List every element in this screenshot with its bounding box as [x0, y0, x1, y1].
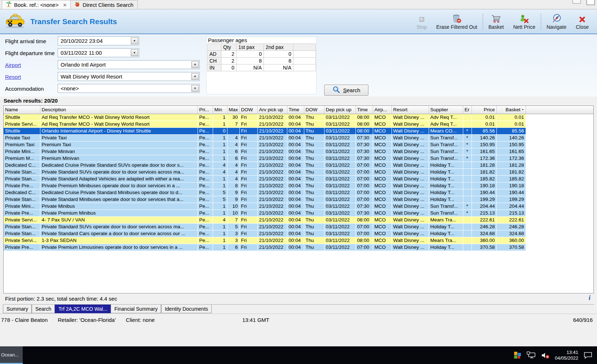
tab-close-icon[interactable]: ×	[63, 2, 66, 8]
passenger-1st-pax-cell[interactable]: N/A	[236, 64, 264, 71]
result-row[interactable]: Private Servi... 4- 7 Pax SUV / VAN Pe..…	[4, 216, 593, 223]
column-header-description[interactable]: Description	[40, 106, 198, 114]
result-row[interactable]: Premium M... Premium Minivan Pe... 1 6 F…	[4, 155, 593, 162]
cell-dep-time: 07:30	[355, 148, 373, 155]
result-row[interactable]: Private Stan... Private Standard Adapted…	[4, 175, 593, 182]
result-row[interactable]: Private Pre... Private Premium Limousine…	[4, 244, 593, 251]
cell-dep-time: 07:00	[355, 168, 373, 175]
result-row[interactable]: Shuttle Orlando International Airport - …	[4, 127, 593, 134]
column-header-resort[interactable]: Resort	[392, 106, 429, 114]
passenger-1st-pax-cell[interactable]: 8	[236, 58, 264, 64]
column-header-airport[interactable]: Airp...	[373, 106, 392, 114]
search-button[interactable]: Search	[324, 85, 368, 96]
cell-resort: Walt Disney ...	[392, 196, 429, 203]
cell-filler	[526, 175, 593, 182]
accommodation-select[interactable]: <none> ▼	[58, 84, 200, 93]
network-tray-icon[interactable]	[526, 351, 536, 359]
antivirus-tray-icon[interactable]	[514, 351, 522, 359]
result-row[interactable]: Private Mini... Private Minibus Pe... 1 …	[4, 203, 593, 210]
column-header-dep-pick-up[interactable]: Dep pick up	[324, 106, 355, 114]
tab-direct-clients-search[interactable]: Direct Clients Search	[71, 0, 138, 9]
column-header-er[interactable]: Er	[463, 106, 472, 114]
passenger-qty-cell[interactable]: 2	[221, 58, 236, 64]
result-row[interactable]: Private Pre... Private Premium Minibus P…	[4, 210, 593, 216]
column-header-max[interactable]: Max	[227, 106, 239, 114]
cell-dow-arrival: Fri	[239, 162, 257, 168]
cell-resort: Walt Disney ...	[392, 168, 429, 175]
passenger-qty-cell[interactable]: 0	[221, 64, 236, 71]
airport-link[interactable]: Airport	[5, 62, 21, 68]
chevron-down-icon[interactable]: ▼	[191, 73, 199, 80]
cell-dep-pick-up: 03/11/2022	[324, 203, 355, 210]
cell-dow-arrival: Fri	[239, 230, 257, 237]
bottom-tab[interactable]: Search	[32, 305, 55, 313]
basket-button[interactable]: Basket	[484, 13, 509, 30]
column-header-arv-pick-up[interactable]: Arv pick up	[257, 106, 287, 114]
cell-dep-pick-up: 03/11/2022	[324, 134, 355, 141]
cell-basket: 85.56	[496, 127, 526, 134]
passenger-qty-cell[interactable]: 2	[221, 51, 236, 58]
result-row[interactable]: Private Servi... 1-3 Pax SEDAN Pe... 1 3…	[4, 237, 593, 244]
result-row[interactable]: Dedicated C... Dedicated Cruise Private …	[4, 162, 593, 168]
resort-link[interactable]: Resort	[5, 74, 21, 80]
result-row[interactable]: Premium Taxi Premium Taxi Pe... 1 4 Fri …	[4, 141, 593, 148]
column-header-arv-time[interactable]: Time	[287, 106, 304, 114]
column-header-price[interactable]: Price	[472, 106, 496, 114]
result-row[interactable]: Private Pre... Private Premium Minibuses…	[4, 182, 593, 189]
notifications-icon[interactable]	[583, 351, 593, 359]
result-row[interactable]: Private Mini... Private Minivan Pe... 1 …	[4, 148, 593, 155]
result-row[interactable]: Private Stan... Private Standard Minibus…	[4, 196, 593, 203]
passenger-2nd-pax-cell[interactable]: N/A	[264, 64, 293, 71]
chevron-down-icon[interactable]: ▼	[131, 49, 138, 56]
cell-min: 1	[213, 203, 227, 210]
result-row[interactable]: Dedicated C... Dedicated Cruise Private …	[4, 189, 593, 196]
volume-muted-tray-icon[interactable]	[541, 351, 550, 359]
result-row[interactable]: Private Servi... Ad Req Transfer MCO - W…	[4, 121, 593, 127]
column-header-dep-time[interactable]: Time	[355, 106, 373, 114]
taskbar-clock[interactable]: 13:41 04/05/2022	[555, 350, 578, 361]
passenger-2nd-pax-cell[interactable]: 8	[264, 58, 293, 64]
cell-max: 9	[227, 196, 239, 203]
chevron-down-icon[interactable]: ▼	[191, 61, 199, 68]
cell-dep-pick-up: 03/11/2022	[324, 237, 355, 244]
window-maximize-button[interactable]	[587, 0, 595, 5]
close-button[interactable]: Close	[571, 13, 593, 30]
result-row[interactable]: Shuttle Ad Req Transfer MCO - Walt Disne…	[4, 114, 593, 121]
bottom-tab[interactable]: Financial Summary	[111, 305, 161, 313]
passenger-2nd-pax-cell[interactable]: 0	[264, 51, 293, 58]
column-header-min[interactable]: Min	[213, 106, 227, 114]
bottom-tab[interactable]: Summary	[3, 305, 32, 313]
navigate-button[interactable]: Navigate	[542, 13, 571, 30]
result-row[interactable]: Private Taxi Private Taxi Pe... 1 4 Fri …	[4, 134, 593, 141]
column-header-pri[interactable]: Pri...	[198, 106, 213, 114]
result-row[interactable]: Private Stan... Private Standard SUVs op…	[4, 168, 593, 175]
passenger-1st-pax-cell[interactable]: 0	[236, 51, 264, 58]
chevron-down-icon[interactable]: ▼	[191, 85, 199, 92]
column-header-basket[interactable]: Basket	[496, 106, 526, 114]
column-header-dow-arrival[interactable]: DOW	[239, 106, 257, 114]
cell-resort: Walt Disney ...	[392, 223, 429, 230]
cell-er	[463, 244, 472, 251]
info-icon[interactable]: i	[589, 294, 591, 302]
erase-filtered-out-button[interactable]: Erase Filtered Out	[432, 13, 482, 30]
cell-name: Private Pre...	[4, 182, 40, 189]
chevron-down-icon[interactable]: ▼	[131, 37, 138, 44]
taskbar-app-ocean[interactable]: Ocean...	[0, 346, 23, 364]
flight-arrival-input[interactable]: 20/10/2022 23:04 ▼	[58, 36, 139, 45]
nett-price-button[interactable]: Nett Price	[508, 13, 540, 30]
column-header-name[interactable]: Name	[4, 106, 40, 114]
cell-supplier: Mears Tra...	[429, 237, 463, 244]
cell-dep-time: 08:00	[355, 127, 373, 134]
column-header-dow-departure[interactable]: DOW	[304, 106, 324, 114]
result-row[interactable]: Private Stan... Private Standard Cars op…	[4, 230, 593, 237]
bottom-tab[interactable]: Trf 2A,2C MCO Wal...	[55, 305, 111, 313]
window-minimize-button[interactable]	[572, 0, 581, 4]
airport-select[interactable]: Orlando Intl Airport ▼	[58, 60, 200, 69]
tab-book-ref[interactable]: Book. ref.: <none> ×	[2, 0, 71, 9]
resort-select[interactable]: Walt Disney World Resort ▼	[58, 72, 200, 81]
result-row[interactable]: Private Stan... Private Standard SUVs op…	[4, 223, 593, 230]
cell-max: 4	[227, 162, 239, 168]
column-header-supplier[interactable]: Supplier	[429, 106, 463, 114]
flight-departure-input[interactable]: 03/11/2022 11:00 ▼	[58, 48, 139, 57]
bottom-tab[interactable]: Identity Documents	[161, 305, 212, 313]
